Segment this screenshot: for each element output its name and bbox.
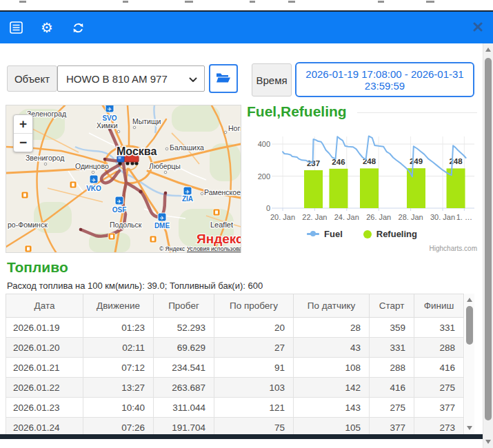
refueling-bar[interactable] <box>360 168 379 208</box>
svg-text:✈: ✈ <box>117 198 122 205</box>
report-list-icon[interactable] <box>8 20 23 35</box>
cell-value: 234.541 <box>154 358 214 378</box>
table-scrollbar <box>465 294 474 434</box>
time-range-input[interactable]: 2026-01-19 17:08:00 - 2026-01-31 23:59:5… <box>295 62 474 97</box>
col-header-movement: Движение <box>83 294 154 318</box>
artifact-mark <box>250 1 255 3</box>
terms-of-use-link[interactable]: Условия использования <box>187 245 241 252</box>
x-axis-label: 22. Jan <box>302 213 327 221</box>
table-row[interactable]: 2026.01.1901:2352.2932028359331 <box>6 318 464 338</box>
col-header-mileage: Пробег <box>154 294 214 318</box>
bar-data-label: 248 <box>449 157 463 165</box>
x-axis-label: 20. Jan <box>270 213 295 221</box>
cell-date: 2026.01.22 <box>6 378 83 398</box>
map[interactable]: ✈ ✈ ✈ ✈ ✈ <box>6 105 241 253</box>
cell-value: 416 <box>414 358 464 378</box>
legend-item-refueling[interactable]: Refueling <box>363 229 417 239</box>
artifact-mark <box>19 1 26 3</box>
fuel-line-marker-icon <box>307 233 319 235</box>
refueling-marker-icon <box>363 230 372 238</box>
fuel-table: Дата Движение Пробег По пробегу По датчи… <box>6 294 464 438</box>
cell-value: 143 <box>294 398 370 418</box>
cell-value: 43 <box>294 338 370 358</box>
cell-value: 91 <box>214 358 294 378</box>
cell-value: 275 <box>370 398 414 418</box>
table-scroll-down-arrow[interactable] <box>467 426 472 430</box>
chevron-down-icon <box>189 73 197 85</box>
object-label: Объект <box>7 65 57 92</box>
cell-value: 288 <box>370 358 414 378</box>
table-scroll-up-arrow[interactable] <box>467 298 472 302</box>
map-label-dme: DME <box>154 222 170 230</box>
map-label-khimki: Химки <box>97 121 118 130</box>
cell-value: 28 <box>294 318 370 338</box>
svg-text:✈: ✈ <box>160 215 165 221</box>
highcharts-credits[interactable]: Highcharts.com <box>247 245 477 252</box>
app-header: ⚙ <box>0 12 493 43</box>
bar-data-label: 249 <box>410 157 423 165</box>
table-row[interactable]: 2026.01.2310:40311.044121143275377 <box>6 398 464 418</box>
map-label-podolsk: Подольск <box>110 221 142 229</box>
svg-text:✈: ✈ <box>108 106 112 112</box>
cell-value: 275 <box>414 378 464 398</box>
fuel-station-icon <box>213 209 220 216</box>
map-canvas: ✈ ✈ ✈ ✈ ✈ <box>6 105 241 252</box>
zoom-out-button[interactable]: − <box>14 134 32 152</box>
table-row[interactable]: 2026.01.2213:27263.687103142416275 <box>6 378 464 398</box>
page-scroll-up-arrow[interactable] <box>485 48 491 52</box>
refueling-bar[interactable] <box>329 169 348 208</box>
map-label-vko: VKO <box>86 185 101 192</box>
page-scrollbar-thumb[interactable] <box>485 58 492 420</box>
object-select-value: HOWO B 810 AM 977 <box>66 73 189 85</box>
x-axis-label: 30. Jan <box>430 213 455 221</box>
artifact-mark <box>288 1 295 3</box>
legend-label-refueling: Refueling <box>376 229 417 239</box>
map-zoom-control: + − <box>13 114 33 152</box>
fuel-section-subtitle: Расход топлива на 100 км(миль): 39.0; То… <box>7 281 263 291</box>
open-object-list-button[interactable] <box>209 64 238 93</box>
fuel-station-icon <box>25 245 32 252</box>
cell-value: 02:11 <box>83 338 154 358</box>
table-scrollbar-thumb[interactable] <box>466 306 473 345</box>
page-scrollbar <box>483 43 493 448</box>
cell-value: 359 <box>370 318 414 338</box>
bar-data-label: 246 <box>332 158 345 166</box>
cell-value: 10:40 <box>83 398 154 418</box>
artifact-mark <box>185 1 193 3</box>
map-label-zvenigorod: Звенигород <box>26 154 64 162</box>
refresh-icon[interactable] <box>70 20 85 35</box>
legend-item-fuel[interactable]: Fuel <box>307 229 343 239</box>
refueling-bar[interactable] <box>407 168 425 208</box>
col-header-start: Старт <box>370 294 414 318</box>
yandex-logo[interactable]: Яндекс <box>197 232 241 246</box>
yandex-copyright[interactable]: © Яндекс <box>159 245 185 252</box>
table-row[interactable]: 2026.01.2107:12234.54191108288416 <box>6 358 464 378</box>
settings-gear-icon[interactable]: ⚙ <box>39 20 54 35</box>
fuel-station-icon <box>21 192 28 198</box>
x-axis-label: 28. Jan <box>399 213 423 221</box>
folder-open-icon <box>216 72 231 85</box>
leaflet-attribution-link[interactable]: Leaflet <box>210 221 233 229</box>
col-header-finish: Финиш <box>414 294 464 318</box>
cell-value: 103 <box>214 378 294 398</box>
table-row[interactable]: 2026.01.2002:1169.6292743331288 <box>6 338 464 358</box>
cell-value: 416 <box>370 378 414 398</box>
close-icon[interactable] <box>471 20 485 34</box>
fuel-chart: 20. Jan22. Jan24. Jan26. Jan28. Jan30. J… <box>247 131 477 229</box>
refueling-bar[interactable] <box>304 170 323 208</box>
map-label-moscow: Москва <box>117 145 157 157</box>
object-select[interactable]: HOWO B 810 AM 977 <box>57 65 205 92</box>
fuel-section-title: Топливо <box>7 259 68 276</box>
map-label-naro-fominsk: ро-Фоминск <box>8 221 48 229</box>
col-header-by-sensor: По датчику <box>294 294 370 318</box>
fuel-station-icon <box>150 236 157 243</box>
window-bottom-edge <box>0 434 483 439</box>
map-label-lyubertsy: Люберцы <box>149 162 181 170</box>
artifact-mark <box>378 1 384 3</box>
zoom-in-button[interactable]: + <box>14 115 32 134</box>
y-axis-label: 400 <box>258 140 270 148</box>
airport-icon-vko: ✈ <box>90 175 98 183</box>
table-header-row: Дата Движение Пробег По пробегу По датчи… <box>6 294 464 318</box>
cell-date: 2026.01.23 <box>6 398 83 418</box>
page-scroll-down-arrow[interactable] <box>485 440 491 444</box>
